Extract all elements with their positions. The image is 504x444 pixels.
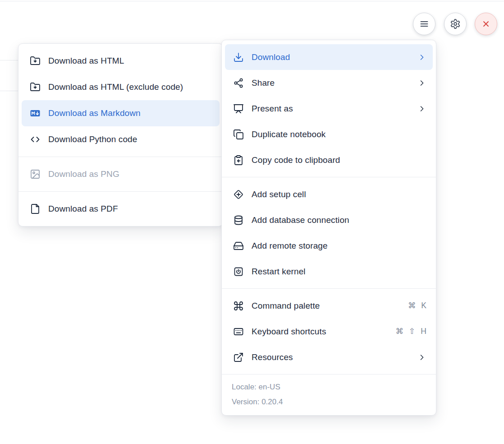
menu-item-label: Present as <box>252 104 293 114</box>
menu-item-download-as-html-exclude-code[interactable]: Download as HTML (exclude code) <box>22 74 220 100</box>
external-link-icon <box>233 352 244 363</box>
menu-item-label: Download Python code <box>48 134 137 144</box>
duplicate-icon <box>233 129 244 140</box>
menu-item-add-setup-cell[interactable]: Add setup cell <box>225 181 433 207</box>
folder-down-icon <box>30 82 41 92</box>
database-icon <box>233 215 244 226</box>
version-text: Version: 0.20.4 <box>232 394 426 409</box>
menu-item-label: Download as HTML (exclude code) <box>48 82 183 92</box>
menu-item-label: Restart kernel <box>252 267 306 277</box>
menu-item-present-as[interactable]: Present as <box>225 96 433 121</box>
background-cell-divider <box>0 91 18 91</box>
menu-item-add-remote-storage[interactable]: Add remote storage <box>225 233 433 259</box>
folder-down-icon <box>30 56 41 66</box>
settings-button[interactable] <box>444 13 467 35</box>
background-cell-divider <box>0 60 18 60</box>
page-top-divider <box>0 1 504 1</box>
shortcut-hint: ⌘ ⇧ H <box>395 327 426 336</box>
menu-item-download-as-png[interactable]: Download as PNG <box>22 161 220 187</box>
gear-icon <box>450 18 461 29</box>
chevron-right-icon <box>417 353 426 362</box>
menu-item-label: Share <box>252 78 275 88</box>
hard-drive-icon <box>233 240 244 251</box>
menu-item-label: Add setup cell <box>252 190 306 199</box>
close-icon <box>481 18 491 29</box>
menu-item-command-palette[interactable]: Command palette ⌘ K <box>225 293 433 319</box>
menu-item-label: Download <box>252 52 290 62</box>
menu-footer: Locale: en-US Version: 0.20.4 <box>222 374 436 415</box>
hamburger-icon <box>419 18 430 29</box>
menu-item-label: Duplicate notebook <box>252 130 325 139</box>
menu-item-label: Add database connection <box>252 215 349 225</box>
menu-item-download-as-pdf[interactable]: Download as PDF <box>22 196 220 222</box>
menu-item-label: Download as Markdown <box>48 108 141 118</box>
menu-item-keyboard-shortcuts[interactable]: Keyboard shortcuts ⌘ ⇧ H <box>225 319 433 344</box>
clipboard-copy-icon <box>233 155 244 166</box>
menu-item-download-as-html[interactable]: Download as HTML <box>22 48 220 74</box>
file-icon <box>30 204 41 214</box>
menu-item-label: Add remote storage <box>252 241 328 251</box>
menu-item-copy-code-to-clipboard[interactable]: Copy code to clipboard <box>225 147 433 173</box>
menu-item-label: Resources <box>252 352 293 362</box>
command-icon <box>233 301 244 311</box>
notebook-menu-button[interactable] <box>413 13 435 35</box>
menu-item-label: Download as PDF <box>48 204 118 214</box>
menu-item-download-python-code[interactable]: Download Python code <box>22 126 220 153</box>
menu-item-label: Download as PNG <box>48 169 119 179</box>
diamond-plus-icon <box>233 189 244 200</box>
download-icon <box>233 52 244 63</box>
close-button[interactable] <box>475 13 497 35</box>
menu-item-restart-kernel[interactable]: Restart kernel <box>225 259 433 284</box>
menu-item-label: Copy code to clipboard <box>252 155 340 165</box>
code-icon <box>30 134 41 145</box>
image-icon <box>30 169 41 180</box>
menu-item-resources[interactable]: Resources <box>225 344 433 370</box>
menu-item-add-database-connection[interactable]: Add database connection <box>225 207 433 233</box>
menu-item-label: Keyboard shortcuts <box>252 327 326 337</box>
notebook-menu-panel: Download Share Present as <box>221 40 436 416</box>
menu-item-label: Command palette <box>252 301 320 311</box>
markdown-icon <box>30 108 41 119</box>
presentation-icon <box>233 103 244 114</box>
power-square-icon <box>233 266 244 277</box>
share-icon <box>233 78 244 88</box>
shortcut-hint: ⌘ K <box>408 301 426 310</box>
menu-item-label: Download as HTML <box>48 56 124 66</box>
chevron-right-icon <box>417 104 426 113</box>
download-submenu-panel: Download as HTML Download as HTML (exclu… <box>18 43 223 227</box>
chevron-right-icon <box>417 53 426 62</box>
menu-item-download-as-markdown[interactable]: Download as Markdown <box>22 100 220 126</box>
menu-item-download[interactable]: Download <box>225 44 433 70</box>
keyboard-icon <box>233 326 244 337</box>
menu-item-duplicate-notebook[interactable]: Duplicate notebook <box>225 121 433 147</box>
chevron-right-icon <box>417 79 426 88</box>
menu-item-share[interactable]: Share <box>225 70 433 96</box>
locale-text: Locale: en-US <box>232 379 426 394</box>
